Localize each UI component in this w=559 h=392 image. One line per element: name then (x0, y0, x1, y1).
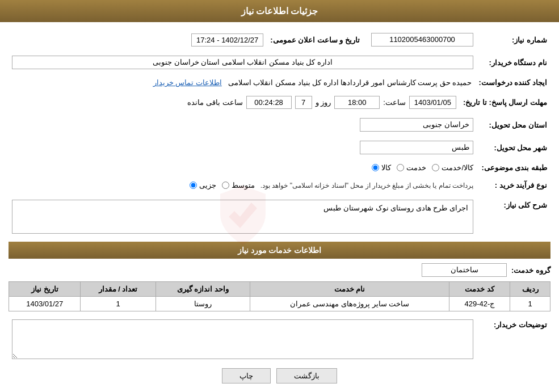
description-box: اجرای طرح هادی روستای نوک شهرستان طبس (12, 200, 473, 234)
response-time-label: ساعت: (383, 98, 406, 107)
action-buttons: بازگشت چاپ (9, 368, 550, 383)
process-option-medium: متوسط (222, 181, 255, 189)
response-days-value: 7 (295, 96, 312, 109)
cell-service-name: ساخت سایر پروژه‌های مهندسی عمران (250, 297, 449, 311)
response-date-row: مهلت ارسال پاسخ: تا تاریخ: 1403/01/05 سا… (9, 94, 550, 111)
delivery-province-row: استان محل تحویل: خراسان جنوبی (9, 116, 550, 134)
process-note: پرداخت تمام یا بخشی از مبلغ خریدار از مح… (260, 182, 473, 189)
watermark-shield-icon (209, 183, 277, 251)
remaining-time-label: ساعت باقی مانده (187, 98, 242, 107)
buyer-org-row: نام دستگاه خریدار: اداره کل بنیاد مسکن ا… (9, 53, 550, 71)
response-date-label: مهلت ارسال پاسخ: تا تاریخ: (460, 94, 550, 111)
remaining-time-value: 00:24:28 (246, 96, 292, 109)
response-date-value: 1403/01/05 (409, 96, 456, 109)
col-header-quantity: تعداد / مقدار (81, 282, 155, 297)
response-time-value: 18:00 (334, 96, 380, 109)
description-container: اجرای طرح هادی روستای نوک شهرستان طبس (12, 200, 473, 234)
process-options: پرداخت تمام یا بخشی از مبلغ خریدار از مح… (12, 181, 473, 189)
delivery-city-value: طبس (360, 141, 473, 154)
table-row: 1 ج-42-429 ساخت سایر پروژه‌های مهندسی عم… (9, 297, 550, 311)
buyer-description-textarea[interactable] (12, 319, 473, 359)
cell-date: 1403/01/27 (9, 297, 81, 311)
main-container: جزئیات اطلاعات نیاز شماره نیاز: 11020054… (0, 0, 559, 392)
category-service-radio[interactable] (397, 164, 404, 171)
print-button[interactable]: چاپ (222, 368, 271, 383)
category-label: طبقه بندی موضوعی: (477, 161, 550, 174)
requester-contact-link[interactable]: اطلاعات تماس خریدار (153, 78, 222, 87)
process-row: نوع فرآیند خرید : پرداخت تمام یا بخشی از… (9, 179, 550, 192)
services-section-header: اطلاعات خدمات مورد نیاز (9, 242, 550, 259)
category-goods-label: کالا (381, 163, 391, 172)
col-header-service-name: نام خدمت (250, 282, 449, 297)
description-section: شرح کلی نیاز: اجرای طرح هادی روستای نوک … (9, 197, 550, 236)
buyer-org-value: اداره کل بنیاد مسکن انقلاب اسلامی استان … (12, 56, 473, 69)
process-medium-label: متوسط (232, 181, 255, 189)
announcement-date-value: 1402/12/27 - 17:24 (191, 33, 263, 47)
need-number-value: 1102005463000700 (371, 33, 473, 47)
response-days-label: روز و (316, 98, 331, 107)
requester-value: حمیده حق پرست کارشناس امور قراردادها ادا… (228, 78, 472, 87)
col-header-service-code: کد خدمت (449, 282, 510, 297)
need-number-label: شماره نیاز: (477, 31, 550, 49)
process-minor-radio[interactable] (190, 182, 197, 189)
category-option-service: خدمت (397, 163, 426, 172)
delivery-province-value: خراسان جنوبی (360, 118, 473, 132)
category-goods-service-radio[interactable] (432, 164, 439, 171)
cell-quantity: 1 (81, 297, 155, 311)
category-row: طبقه بندی موضوعی: کالا/خدمت خدمت کالا (9, 161, 550, 174)
delivery-city-row: شهر محل تحویل: طبس (9, 138, 550, 157)
need-number-row: شماره نیاز: 1102005463000700 تاریخ و ساع… (9, 31, 550, 49)
col-header-unit: واحد اندازه گیری (155, 282, 250, 297)
delivery-city-label: شهر محل تحویل: (477, 138, 550, 157)
page-header: جزئیات اطلاعات نیاز (0, 0, 559, 22)
buyer-description-section: توضیحات خریدار: (9, 317, 550, 361)
category-options: کالا/خدمت خدمت کالا (12, 163, 473, 172)
cell-row-num: 1 (510, 297, 550, 311)
delivery-province-label: استان محل تحویل: (477, 116, 550, 134)
service-group-value: ساختمان (422, 263, 507, 277)
requester-row: ایجاد کننده درخواست: حمیده حق پرست کارشن… (9, 76, 550, 89)
service-group-row: گروه خدمت: ساختمان (9, 263, 550, 277)
header-title: جزئیات اطلاعات نیاز (241, 6, 318, 16)
category-option-goods-service: کالا/خدمت (432, 163, 473, 172)
col-header-row-num: ردیف (510, 282, 550, 297)
description-label: شرح کلی نیاز: (477, 197, 550, 236)
col-header-date: تاریخ نیاز (9, 282, 81, 297)
buyer-org-label: نام دستگاه خریدار: (477, 53, 550, 71)
process-label: نوع فرآیند خرید : (477, 179, 550, 192)
category-goods-radio[interactable] (372, 164, 379, 171)
cell-service-code: ج-42-429 (449, 297, 510, 311)
category-service-label: خدمت (406, 163, 426, 172)
cell-unit: روستا (155, 297, 250, 311)
process-minor-label: جزیی (199, 181, 216, 189)
response-date-group: 1403/01/05 ساعت: 18:00 روز و 7 00:24:28 … (12, 96, 456, 109)
description-text: اجرای طرح هادی روستای نوک شهرستان طبس (12, 200, 473, 216)
buyer-description-label: توضیحات خریدار: (477, 317, 550, 361)
announcement-date-label: تاریخ و ساعت اعلان عمومی: (267, 31, 363, 49)
service-group-label: گروه خدمت: (511, 266, 550, 275)
process-option-minor: جزیی (190, 181, 216, 189)
category-goods-service-label: کالا/خدمت (442, 163, 473, 172)
services-table: ردیف کد خدمت نام خدمت واحد اندازه گیری ت… (9, 281, 550, 311)
process-medium-radio[interactable] (222, 182, 229, 189)
requester-label: ایجاد کننده درخواست: (475, 76, 550, 89)
category-option-goods: کالا (372, 163, 391, 172)
back-button[interactable]: بازگشت (276, 368, 337, 383)
content-area: شماره نیاز: 1102005463000700 تاریخ و ساع… (0, 22, 559, 392)
